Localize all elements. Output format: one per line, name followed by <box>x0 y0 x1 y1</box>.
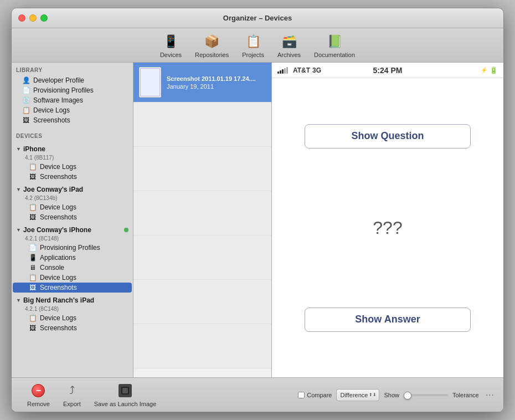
status-icons: ⚡ 🔋 <box>481 66 498 74</box>
developer-profile-icon: 👤 <box>22 76 30 84</box>
provisioning-profiles-lib-icon: 📄 <box>22 86 30 94</box>
joe-ipad-device-logs-icon: 📋 <box>28 203 37 211</box>
status-bar-content: AT&T 3G 5:24 PM ⚡ 🔋 <box>277 66 498 74</box>
device-group-iphone: ▼ iPhone 4.1 (8B117) 📋 Device Logs 🖼 Scr… <box>12 144 133 182</box>
screenshot-empty-4[interactable] <box>133 235 271 280</box>
battery-charging-icon: ⚡ <box>481 67 487 73</box>
compare-checkbox[interactable] <box>298 392 305 398</box>
device-joe-iphone-header[interactable]: ▼ Joe Conway's iPhone <box>12 224 133 235</box>
sidebar-item-joe-iphone-console[interactable]: 🖥 Console <box>13 263 132 273</box>
joe-iphone-screenshots-icon: 🖼 <box>28 284 37 291</box>
sidebar-item-iphone-screenshots[interactable]: 🖼 Screenshots <box>13 172 132 182</box>
screenshot-empty-5[interactable] <box>133 280 271 324</box>
screenshot-empty-2[interactable] <box>133 147 271 191</box>
sidebar-item-joe-ipad-device-logs[interactable]: 📋 Device Logs <box>13 202 132 212</box>
device-preview: AT&T 3G 5:24 PM ⚡ 🔋 Show Question ??? Sh… <box>272 63 503 377</box>
bottom-right-controls: Compare Difference Show Tolerance ··· <box>298 389 495 401</box>
device-joe-ipad-header[interactable]: ▼ Joe Conway's iPad <box>12 184 133 195</box>
sidebar-label-device-logs-lib: Device Logs <box>33 106 70 114</box>
triangle-joe-iphone: ▼ <box>16 227 21 233</box>
joe-iphone-device-logs-icon: 📋 <box>28 274 37 281</box>
sidebar-item-joe-iphone-screenshots[interactable]: 🖼 Screenshots <box>13 283 132 293</box>
remove-action[interactable]: − Remove <box>20 381 56 409</box>
sidebar-item-iphone-device-logs[interactable]: 📋 Device Logs <box>13 162 132 172</box>
device-group-joe-ipad: ▼ Joe Conway's iPad 4.2 (8C134b) 📋 Devic… <box>12 184 133 222</box>
bnr-ipad-screenshots-icon: 🖼 <box>28 324 37 332</box>
bottom-toolbar: − Remove ⤴ Export Save as Launch Image <box>12 377 503 412</box>
sidebar-label-bnr-ipad-device-logs: Device Logs <box>40 314 76 322</box>
iphone-screenshots-icon: 🖼 <box>28 173 37 181</box>
device-iphone-version: 4.1 (8B117) <box>12 155 133 162</box>
tolerance-slider[interactable] <box>404 394 448 396</box>
repositories-icon: 📦 <box>203 33 221 50</box>
joe-ipad-screenshots-icon: 🖼 <box>28 213 37 221</box>
sidebar-item-joe-ipad-screenshots[interactable]: 🖼 Screenshots <box>13 212 132 222</box>
launch-svg <box>120 386 130 396</box>
sidebar-label-joe-iphone-screenshots: Screenshots <box>40 284 77 291</box>
window-title: Organizer – Devices <box>223 14 292 22</box>
tolerance-label: Tolerance <box>452 392 479 398</box>
sidebar-item-joe-iphone-device-logs[interactable]: 📋 Device Logs <box>13 273 132 283</box>
show-dropdown[interactable]: Difference <box>336 389 379 401</box>
toolbar-item-documentation[interactable]: 📗 Documentation <box>308 30 360 60</box>
more-options-dots[interactable]: ··· <box>486 390 495 400</box>
sidebar-item-screenshots-lib[interactable]: 🖼 Screenshots <box>13 115 132 125</box>
signal-bar-1 <box>277 71 279 74</box>
device-joe-ipad-name: Joe Conway's iPad <box>23 186 83 193</box>
show-question-button[interactable]: Show Question <box>305 124 471 148</box>
question-mark-display: ??? <box>373 218 402 238</box>
sidebar-item-bnr-ipad-screenshots[interactable]: 🖼 Screenshots <box>13 323 132 333</box>
triangle-joe-ipad: ▼ <box>16 187 21 192</box>
sidebar-item-software-images[interactable]: 💿 Software Images <box>13 95 132 105</box>
export-action[interactable]: ⤴ Export <box>56 381 87 409</box>
export-icon: ⤴ <box>64 383 80 398</box>
sidebar-item-provisioning-profiles-lib[interactable]: 📄 Provisioning Profiles <box>13 85 132 95</box>
sidebar-label-screenshots-lib: Screenshots <box>33 116 70 124</box>
toolbar-item-devices[interactable]: 📱 Devices <box>154 30 187 60</box>
minimize-button[interactable] <box>29 14 37 22</box>
toolbar-item-repositories[interactable]: 📦 Repositories <box>189 30 234 60</box>
sidebar-label-iphone-device-logs: Device Logs <box>40 163 76 171</box>
device-logs-lib-icon: 📋 <box>22 106 30 114</box>
devices-header: DEVICES <box>12 129 133 141</box>
iphone-device-logs-icon: 📋 <box>28 163 37 171</box>
remove-btn-shape: − <box>32 384 45 397</box>
screenshot-date: January 19, 2011 <box>167 83 256 90</box>
close-button[interactable] <box>18 14 25 22</box>
save-launch-action[interactable]: Save as Launch Image <box>87 381 163 409</box>
device-iphone-name: iPhone <box>23 145 45 153</box>
show-label-wrap: Show <box>384 392 399 398</box>
show-answer-button[interactable]: Show Answer <box>305 308 471 332</box>
signal-bar-5 <box>286 67 288 74</box>
online-indicator <box>124 228 128 232</box>
svg-rect-1 <box>122 388 128 393</box>
sidebar: LIBRARY 👤 Developer Profile 📄 Provisioni… <box>12 63 133 377</box>
device-bnr-ipad-header[interactable]: ▼ Big Nerd Ranch's iPad <box>12 295 133 306</box>
screenshot-empty-6[interactable] <box>133 324 271 368</box>
device-joe-ipad-version: 4.2 (8C134b) <box>12 195 133 202</box>
screenshots-list: Screenshot 2011.01.19 17.24.... January … <box>133 63 272 377</box>
sidebar-item-joe-iphone-applications[interactable]: 📱 Applications <box>13 253 132 263</box>
device-iphone-header[interactable]: ▼ iPhone <box>12 144 133 155</box>
toolbar-item-archives[interactable]: 🗃️ Archives <box>272 30 306 60</box>
toolbar-label-documentation: Documentation <box>314 52 355 58</box>
device-joe-iphone-version: 4.2.1 (8C148) <box>12 235 133 243</box>
screenshot-item-selected[interactable]: Screenshot 2011.01.19 17.24.... January … <box>133 63 271 103</box>
screenshot-empty-1[interactable] <box>133 103 271 147</box>
status-time: 5:24 PM <box>373 66 403 75</box>
maximize-button[interactable] <box>40 14 48 22</box>
signal-bar-3 <box>282 69 284 74</box>
sidebar-item-bnr-ipad-device-logs[interactable]: 📋 Device Logs <box>13 313 132 323</box>
sidebar-item-joe-iphone-provisioning[interactable]: 📄 Provisioning Profiles <box>13 243 132 253</box>
sidebar-item-developer-profile[interactable]: 👤 Developer Profile <box>13 75 132 85</box>
compare-checkbox-wrap[interactable]: Compare <box>298 392 332 398</box>
sidebar-label-joe-iphone-console: Console <box>40 264 64 272</box>
sidebar-item-device-logs-lib[interactable]: 📋 Device Logs <box>13 105 132 115</box>
toolbar-item-projects[interactable]: 📋 Projects <box>236 30 270 60</box>
screenshot-empty-3[interactable] <box>133 191 271 235</box>
status-network: 3G <box>312 66 321 74</box>
toolbar-label-archives: Archives <box>277 52 301 58</box>
screenshot-info: Screenshot 2011.01.19 17.24.... January … <box>167 75 256 90</box>
titlebar-buttons <box>18 14 48 22</box>
devices-icon: 📱 <box>162 33 179 50</box>
